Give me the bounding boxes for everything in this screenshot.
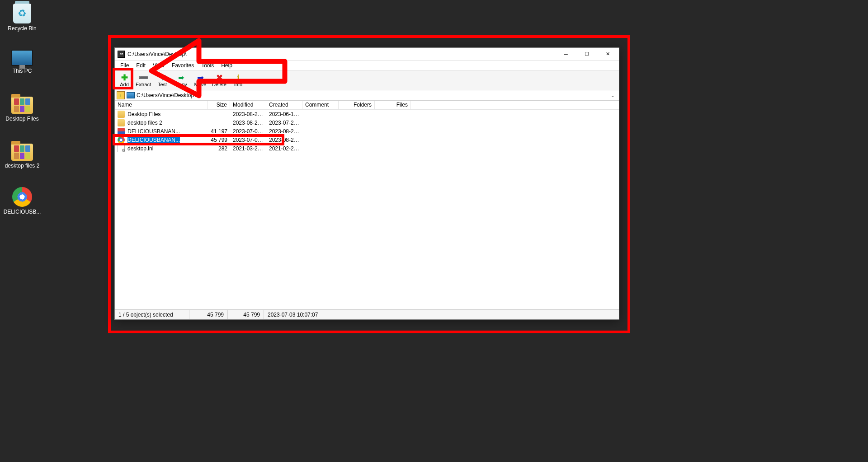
file-name: desktop.ini — [127, 145, 153, 152]
toolbar: ✚Add➖Extract⧩Test➨Copy➡Move✖DeleteiInfo — [115, 70, 619, 90]
window-title: C:\Users\Vince\Desktop\ — [127, 51, 556, 57]
menu-view[interactable]: View — [149, 61, 168, 70]
maximize-button[interactable]: ☐ — [576, 48, 597, 61]
status-selection: 1 / 5 object(s) selected — [115, 310, 189, 319]
desktop-icon-recycle-bin[interactable]: Recycle Bin — [2, 4, 42, 32]
file-type-icon — [118, 111, 125, 118]
chrome-icon — [12, 187, 32, 207]
folder-icon — [11, 97, 33, 114]
file-modified: 2023-07-03... — [230, 128, 266, 135]
app-icon: 7z — [118, 51, 125, 58]
extract-button[interactable]: ➖Extract — [134, 71, 153, 90]
extract-button-icon: ➖ — [138, 74, 148, 82]
file-size: 41 197 — [208, 128, 230, 135]
toolbar-label: Extract — [136, 82, 151, 87]
path-input[interactable] — [137, 92, 606, 98]
delete-button-icon: ✖ — [216, 74, 223, 82]
desktop-icon-desktop-files[interactable]: Desktop FIles — [2, 97, 42, 122]
pathbar: ↑ ⌄ — [115, 90, 619, 101]
recycle-bin-icon — [13, 4, 31, 23]
menubar: FileEditViewFavoritesToolsHelp — [115, 61, 619, 70]
file-modified: 2021-03-29... — [230, 145, 266, 152]
file-created: 2021-02-28... — [266, 145, 302, 152]
file-created: 2023-06-14... — [266, 111, 302, 117]
column-header-comment[interactable]: Comment — [302, 101, 339, 109]
minimize-button[interactable]: ─ — [556, 48, 576, 61]
test-button[interactable]: ⧩Test — [153, 71, 172, 90]
annotation-row-box — [113, 134, 284, 145]
file-row[interactable]: desktop files 22023-08-28...2023-07-26..… — [115, 118, 619, 127]
column-header-name[interactable]: Name — [115, 101, 208, 109]
toolbar-label: Test — [158, 82, 167, 87]
sevenzip-window: 7z C:\Users\Vince\Desktop\ ─ ☐ ✕ FileEdi… — [114, 47, 619, 320]
file-name: desktop files 2 — [127, 120, 162, 126]
this-pc-icon — [11, 50, 33, 66]
file-row[interactable]: Desktop FIles2023-08-27...2023-06-14... — [115, 110, 619, 118]
toolbar-label: Delete — [212, 82, 226, 87]
menu-help[interactable]: Help — [217, 61, 236, 70]
up-icon[interactable]: ↑ — [117, 91, 125, 99]
desktop-icon-this-pc[interactable]: This PC — [2, 50, 42, 74]
file-type-icon — [118, 145, 125, 152]
menu-favorites[interactable]: Favorites — [168, 61, 198, 70]
file-modified: 2023-08-27... — [230, 111, 266, 117]
folder-icon — [11, 144, 33, 161]
column-header-folders[interactable]: Folders — [339, 101, 375, 109]
list-header: NameSizeModifiedCreatedCommentFoldersFil… — [115, 101, 619, 110]
drive-icon — [127, 92, 135, 98]
desktop-icon-deliciousb-[interactable]: DELICIOUSB... — [2, 187, 42, 215]
menu-tools[interactable]: Tools — [198, 61, 217, 70]
file-created: 2023-08-28... — [266, 128, 302, 135]
file-name: Desktop FIles — [127, 111, 160, 117]
desktop-icon-desktop-files-2[interactable]: desktop files 2 — [2, 144, 42, 169]
annotation-add-box — [113, 68, 133, 89]
copy-button-icon: ➨ — [178, 74, 185, 82]
test-button-icon: ⧩ — [159, 74, 166, 82]
file-size: 282 — [208, 145, 230, 152]
file-type-icon — [118, 119, 125, 126]
desktop-icon-label: DELICIOUSB... — [2, 209, 42, 215]
column-header-created[interactable]: Created — [266, 101, 302, 109]
status-datetime: 2023-07-03 10:07:07 — [264, 310, 619, 319]
status-size2: 45 799 — [228, 310, 264, 319]
info-button[interactable]: iInfo — [229, 71, 248, 90]
toolbar-label: Copy — [175, 82, 187, 87]
desktop-icon-label: This PC — [2, 68, 42, 74]
info-button-icon: i — [237, 74, 239, 82]
column-header-files[interactable]: Files — [375, 101, 411, 109]
menu-edit[interactable]: Edit — [132, 61, 149, 70]
file-modified: 2023-08-28... — [230, 120, 266, 126]
desktop-icon-label: Recycle Bin — [2, 25, 42, 32]
desktop-icon-label: Desktop FIles — [2, 116, 42, 122]
toolbar-label: Move — [194, 82, 207, 87]
path-dropdown-icon[interactable]: ⌄ — [608, 93, 617, 98]
close-button[interactable]: ✕ — [597, 48, 618, 61]
desktop-icon-label: desktop files 2 — [2, 163, 42, 169]
move-button[interactable]: ➡Move — [191, 71, 210, 90]
column-header-modified[interactable]: Modified — [230, 101, 266, 109]
titlebar[interactable]: 7z C:\Users\Vince\Desktop\ ─ ☐ ✕ — [115, 48, 619, 61]
column-header-size[interactable]: Size — [208, 101, 230, 109]
copy-button[interactable]: ➨Copy — [172, 71, 191, 90]
file-created: 2023-07-26... — [266, 120, 302, 126]
delete-button[interactable]: ✖Delete — [210, 71, 229, 90]
file-name: DELICIOUSBANAN... — [127, 128, 180, 135]
toolbar-label: Info — [234, 82, 242, 87]
status-size1: 45 799 — [189, 310, 228, 319]
move-button-icon: ➡ — [197, 74, 204, 82]
statusbar: 1 / 5 object(s) selected 45 799 45 799 2… — [115, 309, 619, 319]
